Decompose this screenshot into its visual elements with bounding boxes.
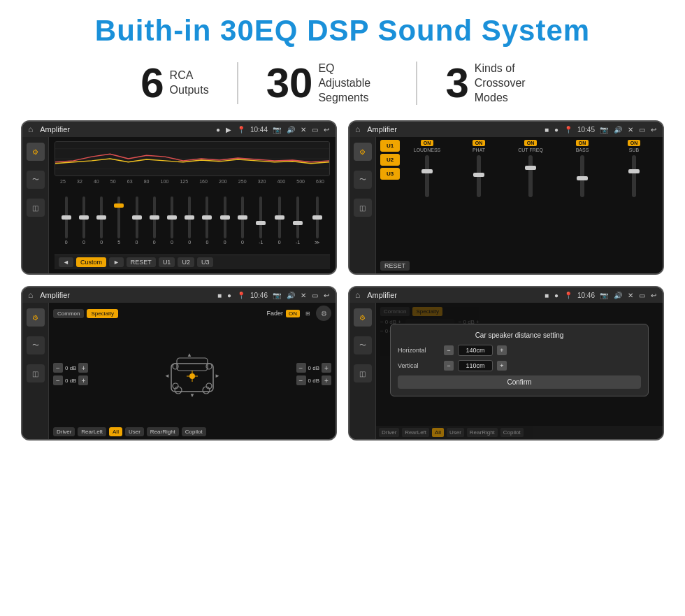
- eq-prev-btn[interactable]: ◄: [59, 257, 73, 267]
- btn-copilot[interactable]: Copilot: [182, 427, 206, 436]
- sub-slider[interactable]: [632, 155, 636, 197]
- fader-bottom-btns: Driver RearLeft All User RearRight Copil…: [53, 427, 331, 436]
- cross-ch-cutfreq: ON CUT FREQ: [506, 140, 555, 259]
- btn-user[interactable]: User: [125, 427, 144, 436]
- vertical-minus-btn[interactable]: −: [444, 361, 454, 371]
- stat-crossover: 3 Kinds ofCrossover Modes: [417, 62, 572, 105]
- cross-u2-btn[interactable]: U2: [380, 154, 400, 166]
- db-value-fl: 0 dB: [65, 365, 76, 371]
- eq-graph: [55, 141, 330, 176]
- fader-sb-vol[interactable]: ◫: [27, 364, 45, 382]
- eq-slider-12: 0: [278, 196, 281, 245]
- phat-slider[interactable]: [477, 155, 481, 197]
- cross-sb-wave[interactable]: 〜: [354, 171, 372, 189]
- fader-sb-eq[interactable]: ⚙: [27, 308, 45, 327]
- loudness-slider[interactable]: [425, 155, 429, 197]
- dialog-horizontal-row: Horizontal − 140cm +: [398, 345, 641, 356]
- cross-ch-bass: ON BASS: [558, 140, 607, 259]
- btn-rearleft[interactable]: RearLeft: [78, 427, 106, 436]
- eq-reset-btn[interactable]: RESET: [127, 257, 156, 267]
- cross-sb-vol[interactable]: ◫: [354, 199, 372, 217]
- stat-crossover-text: Kinds ofCrossover Modes: [475, 62, 545, 105]
- svg-text:◄: ◄: [164, 373, 170, 379]
- db-value-rl: 0 dB: [65, 378, 76, 384]
- dialog-sb-vol[interactable]: ◫: [354, 364, 372, 382]
- eq-sidebar-eq[interactable]: ⚙: [27, 143, 45, 161]
- btn-driver[interactable]: Driver: [53, 427, 75, 436]
- eq-main: 253240506380100125160200250320400500630 …: [49, 137, 336, 273]
- fader-time: 10:46: [250, 292, 268, 299]
- car-diagram: ▲ ▼ ◄ ►: [94, 350, 290, 399]
- stat-rca-text: RCAOutputs: [170, 69, 209, 98]
- svg-rect-5: [177, 358, 208, 371]
- cross-ch-phat: ON PHAT: [454, 140, 503, 259]
- cross-reset-btn[interactable]: RESET: [380, 261, 410, 271]
- cross-time: 10:45: [577, 126, 595, 134]
- eq-u3-btn[interactable]: U3: [197, 257, 214, 267]
- screens-grid: ⌂ Amplifier ● ▶ 📍 10:44 📷 🔊 ✕ ▭ ↩ ⚙ 〜 ◫: [21, 120, 664, 440]
- confirm-button[interactable]: Confirm: [398, 375, 641, 389]
- eq-slider-6: 0: [171, 196, 173, 245]
- stat-rca-number: 6: [140, 62, 164, 104]
- db-plus-fl[interactable]: +: [78, 363, 88, 373]
- dialog-bg: Common Specialty −0 dB+ −0 dB+: [376, 303, 663, 439]
- eq-u2-btn[interactable]: U2: [178, 257, 194, 267]
- fader-bars-icon: ⊞: [305, 310, 310, 317]
- home-icon: ⌂: [28, 124, 33, 134]
- svg-text:►: ►: [215, 373, 220, 379]
- cross-main: U1 U2 U3 ON LOUDNESS: [376, 137, 663, 273]
- btn-all[interactable]: All: [109, 427, 122, 436]
- db-value-fr: 0 dB: [308, 365, 319, 371]
- db-minus-rr[interactable]: −: [296, 375, 306, 385]
- eq-bottom-bar: ◄ Custom ► RESET U1 U2 U3: [55, 255, 330, 269]
- btn-rearright[interactable]: RearRight: [147, 427, 179, 436]
- db-minus-fr[interactable]: −: [296, 363, 306, 373]
- sub-on: ON: [628, 140, 641, 146]
- bass-slider[interactable]: [580, 155, 584, 197]
- cross-u3-btn[interactable]: U3: [380, 168, 400, 180]
- dialog-status-bar: ⌂ Amplifier ■ ● 📍 10:46 📷 🔊 ✕ ▭ ↩: [349, 287, 663, 303]
- svg-point-6: [175, 387, 182, 394]
- fader-specialty-btn[interactable]: Specialty: [87, 309, 117, 318]
- horizontal-minus-btn[interactable]: −: [444, 345, 454, 355]
- cross-sidebar: ⚙ 〜 ◫: [349, 137, 376, 273]
- dialog-sidebar: ⚙ 〜 ◫: [349, 303, 376, 439]
- bass-label: BASS: [576, 148, 589, 152]
- fader-sb-wave[interactable]: 〜: [27, 336, 45, 354]
- eq-slider-0: 0: [65, 196, 68, 245]
- phat-on: ON: [473, 140, 486, 146]
- dialog-sb-eq[interactable]: ⚙: [354, 308, 372, 327]
- cutfreq-slider[interactable]: [528, 155, 533, 197]
- fader-top: Common Specialty Fader ON ⊞ ⚙: [53, 306, 331, 321]
- fader-common-btn[interactable]: Common: [53, 309, 84, 318]
- svg-text:▲: ▲: [187, 352, 192, 358]
- fader-title: Amplifier: [40, 291, 212, 299]
- db-minus-fl[interactable]: −: [53, 363, 63, 373]
- db-minus-rl[interactable]: −: [53, 375, 63, 385]
- dialog-time: 10:46: [577, 292, 595, 299]
- cross-u1-btn[interactable]: U1: [380, 140, 400, 152]
- eq-play-btn[interactable]: ►: [109, 257, 124, 267]
- stats-row: 6 RCAOutputs 30 EQ AdjustableSegments 3 …: [21, 62, 664, 105]
- vertical-label: Vertical: [398, 362, 440, 369]
- horizontal-plus-btn[interactable]: +: [497, 345, 507, 355]
- cross-sb-eq[interactable]: ⚙: [354, 143, 372, 161]
- eq-u1-btn[interactable]: U1: [159, 257, 175, 267]
- db-plus-rr[interactable]: +: [322, 375, 331, 385]
- stat-eq: 30 EQ AdjustableSegments: [238, 62, 418, 105]
- cross-presets: U1 U2 U3: [380, 140, 400, 259]
- eq-slider-9: 0: [224, 196, 226, 245]
- db-plus-rl[interactable]: +: [78, 375, 88, 385]
- eq-sidebar-vol[interactable]: ◫: [27, 199, 45, 217]
- eq-slider-1: 0: [82, 196, 85, 245]
- dialog-sb-wave[interactable]: 〜: [354, 336, 372, 354]
- vertical-value: 110cm: [458, 360, 493, 371]
- car-speaker-dialog: Car speaker distance setting Horizontal …: [390, 324, 649, 396]
- eq-sidebar-wave[interactable]: 〜: [27, 171, 45, 189]
- fader-settings-icon[interactable]: ⚙: [316, 306, 331, 321]
- eq-sidebar: ⚙ 〜 ◫: [22, 137, 49, 273]
- eq-amp-content: ⚙ 〜 ◫: [22, 137, 336, 273]
- vertical-plus-btn[interactable]: +: [497, 361, 507, 371]
- db-plus-fr[interactable]: +: [322, 363, 331, 373]
- eq-custom-btn[interactable]: Custom: [76, 257, 106, 267]
